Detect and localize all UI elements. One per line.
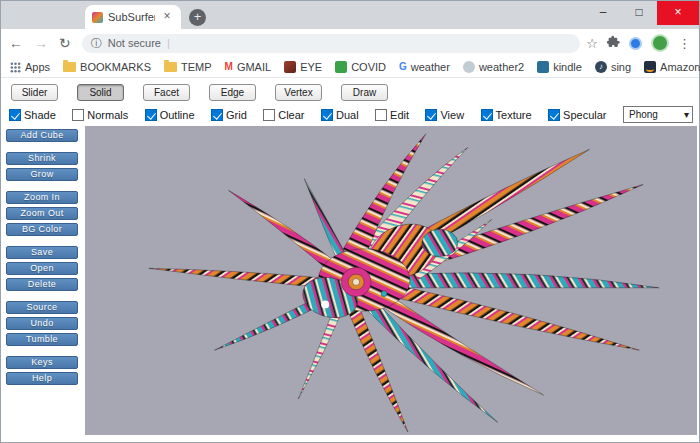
checkbox-label: Dual [336, 109, 359, 121]
bg-color-button[interactable]: BG Color [6, 223, 78, 236]
checkbox-texture[interactable]: Texture [481, 109, 532, 121]
bookmark-sing[interactable]: ♪ sing [595, 61, 631, 73]
minimize-button[interactable]: – [585, 1, 621, 25]
back-icon[interactable]: ← [9, 35, 23, 51]
checkbox-outline[interactable]: Outline [145, 109, 195, 121]
extension-blue-icon[interactable] [629, 37, 642, 50]
checkbox-edit[interactable]: Edit [375, 109, 409, 121]
open-button[interactable]: Open [6, 262, 78, 275]
checkbox-box[interactable] [375, 109, 387, 121]
bookmark-temp[interactable]: TEMP [164, 61, 212, 73]
checkbox-label: Outline [160, 109, 195, 121]
toolbar-button-edge[interactable]: Edge [209, 84, 256, 101]
checkbox-label: Shade [24, 109, 56, 121]
add-cube-button[interactable]: Add Cube [6, 129, 78, 142]
toolbar-button-draw[interactable]: Draw [341, 84, 388, 101]
forward-icon[interactable]: → [34, 35, 48, 51]
checkbox-box[interactable] [9, 109, 21, 121]
new-tab-button[interactable]: + [189, 9, 206, 26]
toolbar-button-vertex[interactable]: Vertex [275, 84, 322, 101]
bookmark-gmail[interactable]: M GMAIL [225, 61, 272, 73]
checkbox-box[interactable] [481, 109, 493, 121]
source-button[interactable]: Source [6, 301, 78, 314]
browser-actions: ⋮ [607, 34, 691, 52]
checkbox-box[interactable] [145, 109, 157, 121]
chevron-down-icon: ▾ [684, 109, 689, 120]
toolbar-button-facet[interactable]: Facet [143, 84, 190, 101]
checkbox-box[interactable] [263, 109, 275, 121]
tab-favicon-icon [92, 12, 103, 23]
tab-title: SubSurfer [108, 11, 155, 23]
undo-button[interactable]: Undo [6, 317, 78, 330]
tab-strip: SubSurfer × + – □ × [1, 1, 699, 29]
bookmark-covid[interactable]: COVID [335, 61, 386, 73]
checkbox-specular[interactable]: Specular [548, 109, 606, 121]
subsurfer-app: Slider Solid Facet Edge Vertex Draw Shad… [1, 78, 699, 442]
checkbox-shade[interactable]: Shade [9, 109, 56, 121]
bookmark-kindle[interactable]: kindle [537, 61, 582, 73]
delete-button[interactable]: Delete [6, 278, 78, 291]
checkbox-box[interactable] [548, 109, 560, 121]
checkbox-view[interactable]: View [425, 109, 464, 121]
shading-select[interactable]: Phong ▾ [623, 106, 693, 123]
amazon-icon [644, 61, 656, 73]
grow-button[interactable]: Grow [6, 168, 78, 181]
toolbar-button-solid[interactable]: Solid [77, 84, 124, 101]
checkbox-label: Texture [496, 109, 532, 121]
profile-avatar[interactable] [651, 34, 669, 52]
bookmark-label: weather [411, 61, 450, 73]
checkbox-box[interactable] [211, 109, 223, 121]
help-button[interactable]: Help [6, 372, 78, 385]
maximize-button[interactable]: □ [621, 1, 657, 25]
bookmark-label: Amazon Music Libr... [660, 61, 700, 73]
options-row: Shade Normals Outline Grid Clear Dual Ed… [1, 104, 699, 126]
checkbox-label: Specular [563, 109, 606, 121]
folder-icon [63, 62, 76, 72]
checkbox-label: Clear [278, 109, 304, 121]
bookmark-star-icon[interactable]: ☆ [586, 36, 598, 51]
toolbar-button-slider[interactable]: Slider [11, 84, 58, 101]
bookmark-amazon-music[interactable]: Amazon Music Libr... [644, 61, 700, 73]
bookmark-label: COVID [351, 61, 386, 73]
checkbox-label: Normals [87, 109, 128, 121]
checkbox-clear[interactable]: Clear [263, 109, 304, 121]
workspace: Add Cube Shrink Grow Zoom In Zoom Out BG… [1, 126, 699, 442]
bookmarks-bar: Apps BOOKMARKS TEMP M GMAIL EYE COVID G … [1, 57, 699, 78]
browser-window: SubSurfer × + – □ × ← → ↻ ⓘ Not secure |… [0, 0, 700, 443]
folder-icon [164, 62, 177, 72]
save-button[interactable]: Save [6, 246, 78, 259]
tumble-button[interactable]: Tumble [6, 333, 78, 346]
bookmark-weather[interactable]: G weather [399, 61, 450, 73]
zoom-out-button[interactable]: Zoom Out [6, 207, 78, 220]
refresh-icon[interactable]: ↻ [59, 35, 71, 51]
extensions-icon[interactable] [607, 34, 620, 52]
shrink-button[interactable]: Shrink [6, 152, 78, 165]
tab-close-icon[interactable]: × [160, 10, 174, 24]
checkbox-label: Grid [226, 109, 247, 121]
menu-kebab-icon[interactable]: ⋮ [678, 36, 691, 51]
checkbox-box[interactable] [321, 109, 333, 121]
bookmark-eye[interactable]: EYE [284, 61, 322, 73]
checkbox-box[interactable] [72, 109, 84, 121]
zoom-in-button[interactable]: Zoom In [6, 191, 78, 204]
address-separator: | [167, 37, 170, 49]
viewport-canvas[interactable] [85, 126, 697, 435]
navigation-bar: ← → ↻ ⓘ Not secure | ☆ ⋮ [1, 29, 699, 57]
browser-tab[interactable]: SubSurfer × [85, 5, 181, 29]
bookmark-label: kindle [553, 61, 582, 73]
keys-button[interactable]: Keys [6, 356, 78, 369]
bookmark-weather2[interactable]: weather2 [463, 61, 524, 73]
checkbox-grid[interactable]: Grid [211, 109, 247, 121]
checkbox-normals[interactable]: Normals [72, 109, 128, 121]
info-icon[interactable]: ⓘ [91, 36, 102, 51]
gmail-icon: M [225, 61, 233, 73]
checkbox-box[interactable] [425, 109, 437, 121]
close-button[interactable]: × [657, 1, 699, 25]
checkbox-dual[interactable]: Dual [321, 109, 359, 121]
vertex-marker[interactable] [321, 300, 329, 308]
bookmark-bookmarks-folder[interactable]: BOOKMARKS [63, 61, 151, 73]
window-controls: – □ × [585, 1, 699, 25]
address-bar[interactable]: ⓘ Not secure | [82, 34, 581, 53]
bookmark-apps[interactable]: Apps [10, 61, 50, 73]
bookmark-label: GMAIL [237, 61, 271, 73]
